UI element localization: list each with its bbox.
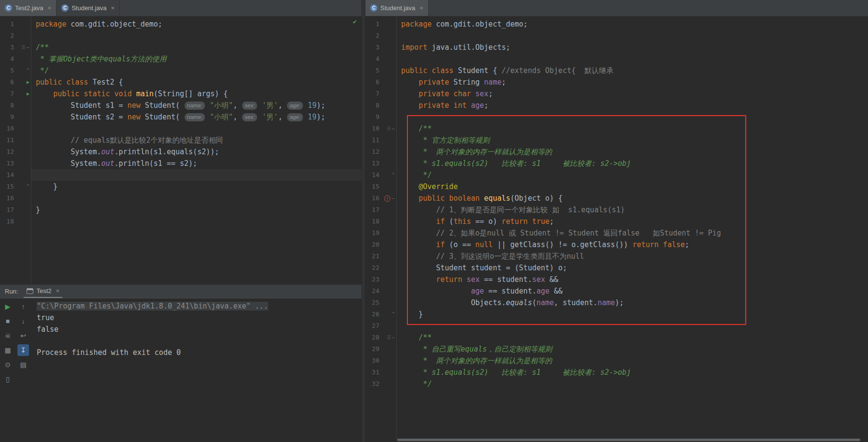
code-line[interactable]: 18 — [0, 216, 362, 227]
tab-student-java[interactable]: C Student.java × — [57, 0, 120, 16]
code-line[interactable]: 32 */ — [365, 378, 868, 390]
override-gutter-icon[interactable]: ↑ — [384, 195, 391, 202]
tab-test2-java[interactable]: C Test2.java × — [0, 0, 57, 16]
fold-gutter-icon[interactable]: − — [26, 45, 29, 50]
line-number[interactable]: 26 — [365, 309, 382, 320]
line-number[interactable]: 32 — [365, 378, 382, 390]
menu-gutter-icon[interactable]: ☰ — [387, 127, 391, 131]
line-number[interactable]: 30 — [365, 355, 382, 367]
code-line[interactable]: 1package com.gdit.object_demo; — [0, 18, 362, 30]
code-line[interactable]: 25 Objects.equals(name, student.name); — [365, 297, 868, 309]
horizontal-scrollbar[interactable] — [397, 439, 860, 441]
code-line[interactable]: 14 — [0, 169, 362, 181]
print-icon[interactable]: ▤ — [17, 359, 29, 370]
code-line[interactable]: 13 System.out.println(s1 == s2); — [0, 158, 362, 169]
code-line[interactable]: 3☰−/** — [0, 42, 362, 53]
code-line[interactable]: 27 — [365, 320, 868, 332]
line-number[interactable]: 17 — [0, 204, 16, 216]
code-line[interactable]: 6 private String name; — [365, 76, 868, 88]
line-number[interactable]: 11 — [0, 134, 16, 146]
play-gutter-icon[interactable]: ▶ — [27, 91, 29, 96]
stop-button[interactable]: ■ — [2, 315, 14, 327]
line-number[interactable]: 22 — [365, 262, 382, 274]
code-line[interactable]: 21 // 3、到这说明o一定是学生类而且不为null — [365, 250, 868, 262]
run-tab-test2[interactable]: Test2 × — [24, 285, 62, 298]
code-line[interactable]: 10☰− /** — [365, 123, 868, 134]
line-number[interactable]: 11 — [365, 134, 382, 146]
close-icon[interactable]: × — [111, 4, 115, 12]
code-line[interactable]: 11 // equals默认是比较2个对象的地址是否相同 — [0, 134, 362, 146]
close-icon[interactable]: × — [48, 4, 52, 12]
code-line[interactable]: 15 @Override — [365, 181, 868, 192]
line-number[interactable]: 6 — [0, 76, 16, 88]
fold-gutter-icon[interactable]: − — [391, 126, 395, 132]
line-number[interactable]: 14 — [365, 169, 382, 181]
line-number[interactable]: 2 — [0, 30, 16, 42]
line-number[interactable]: 31 — [365, 367, 382, 378]
line-number[interactable]: 4 — [365, 53, 382, 65]
line-number[interactable]: 7 — [365, 88, 382, 100]
code-line[interactable]: 31 * s1.equals(s2) 比较者: s1 被比较者: s2->obj — [365, 367, 868, 378]
fold-end-gutter-icon[interactable]: ^ — [392, 173, 395, 177]
line-number[interactable]: 24 — [365, 285, 382, 297]
line-number[interactable]: 12 — [0, 146, 16, 158]
left-editor[interactable]: ✔ 1package com.gdit.object_demo;23☰−/**4… — [0, 16, 362, 284]
code-line[interactable]: 16 — [0, 192, 362, 204]
line-number[interactable]: 23 — [365, 274, 382, 285]
code-line[interactable]: 17} — [0, 204, 362, 216]
line-number[interactable]: 5 — [0, 65, 16, 76]
code-line[interactable]: 15^ } — [0, 181, 362, 192]
code-line[interactable]: 12 System.out.println(s1.equals(s2)); — [0, 146, 362, 158]
line-number[interactable]: 16 — [365, 192, 382, 204]
line-number[interactable]: 16 — [0, 192, 16, 204]
code-line[interactable]: 2 — [0, 30, 362, 42]
code-line[interactable]: 20 if (o == null || getClass() != o.getC… — [365, 239, 868, 250]
code-line[interactable]: 30 * 两个对象的内存一样就认为是相等的 — [365, 355, 868, 367]
kill-process-icon[interactable]: ☠ — [2, 330, 14, 341]
code-line[interactable]: 13 * s1.equals(s2) 比较者: s1 被比较者: s2->obj — [365, 158, 868, 169]
clear-console-icon[interactable]: ▯ — [2, 373, 14, 385]
pin-tab-icon[interactable]: ⊙ — [2, 359, 14, 370]
fold-gutter-icon[interactable]: − — [391, 335, 395, 340]
line-number[interactable]: 28 — [365, 332, 382, 343]
inspections-ok-icon[interactable]: ✔ — [353, 18, 357, 25]
code-line[interactable]: 7▶ public static void main(String[] args… — [0, 88, 362, 100]
menu-gutter-icon[interactable]: ☰ — [387, 336, 391, 340]
down-stack-trace-icon[interactable]: ↓ — [17, 315, 29, 327]
line-number[interactable]: 1 — [0, 18, 16, 30]
line-number[interactable]: 29 — [365, 343, 382, 355]
up-stack-trace-icon[interactable]: ↑ — [17, 301, 29, 312]
line-number[interactable]: 19 — [365, 227, 382, 239]
line-number[interactable]: 3 — [365, 42, 382, 53]
line-number[interactable]: 2 — [365, 30, 382, 42]
code-line[interactable]: 29 * 自己重写equals，自己定制相等规则 — [365, 343, 868, 355]
code-line[interactable]: 24 age == student.age && — [365, 285, 868, 297]
code-line[interactable]: 9 — [365, 111, 868, 123]
code-line[interactable]: 17 // 1、判断是否是同一个对象比较 如 s1.equals(s1) — [365, 204, 868, 216]
code-line[interactable]: 5public class Student { //extends Object… — [365, 65, 868, 76]
line-number[interactable]: 6 — [365, 76, 382, 88]
line-number[interactable]: 15 — [365, 181, 382, 192]
code-line[interactable]: 1package com.gdit.object_demo; — [365, 18, 868, 30]
code-line[interactable]: 2 — [365, 30, 868, 42]
code-line[interactable]: 10 — [0, 123, 362, 134]
code-line[interactable]: 5^ */ — [0, 65, 362, 76]
line-number[interactable]: 20 — [365, 239, 382, 250]
soft-wrap-icon[interactable]: ↩ — [17, 330, 29, 341]
line-number[interactable]: 13 — [365, 158, 382, 169]
code-line[interactable]: 12 * 两个对象的内存一样就认为是相等的 — [365, 146, 868, 158]
line-number[interactable]: 15 — [0, 181, 16, 192]
restore-layout-icon[interactable]: ▦ — [2, 344, 14, 356]
code-line[interactable]: 7 private char sex; — [365, 88, 868, 100]
code-line[interactable]: 8 Student s1 = new Student( name: "小明", … — [0, 100, 362, 111]
close-icon[interactable]: × — [420, 4, 423, 12]
code-line[interactable]: 28☰− /** — [365, 332, 868, 343]
editor-splitter[interactable] — [362, 0, 365, 442]
line-number[interactable]: 5 — [365, 65, 382, 76]
play-gutter-icon[interactable]: ▶ — [27, 80, 29, 85]
menu-gutter-icon[interactable]: ☰ — [21, 45, 25, 50]
code-line[interactable]: 4 — [365, 53, 868, 65]
line-number[interactable]: 12 — [365, 146, 382, 158]
code-line[interactable]: 18 if (this == o) return true; — [365, 216, 868, 227]
tab-student-java-right[interactable]: C Student.java × — [365, 0, 429, 16]
